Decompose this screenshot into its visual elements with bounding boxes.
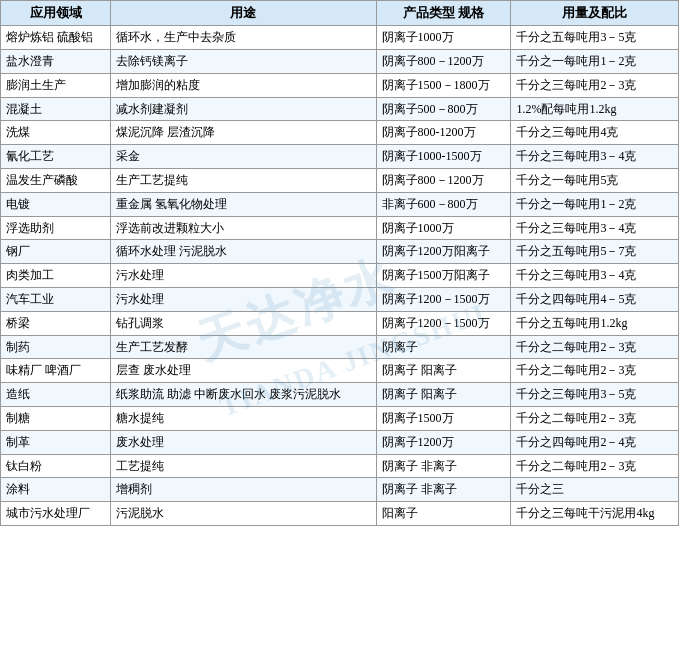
table-row: 肉类加工污水处理阴离子1500万阳离子千分之三每吨用3－4克 (1, 264, 679, 288)
table-row: 汽车工业污水处理阴离子1200－1500万千分之四每吨用4－5克 (1, 287, 679, 311)
table-cell: 采金 (111, 145, 376, 169)
table-row: 制革废水处理阴离子1200万千分之四每吨用2－4克 (1, 430, 679, 454)
table-cell: 非离子600－800万 (376, 192, 511, 216)
table-cell: 千分之三每吨用3－5克 (511, 383, 679, 407)
table-cell: 阴离子1500万阳离子 (376, 264, 511, 288)
table-cell: 千分之三每吨干污泥用4kg (511, 502, 679, 526)
table-cell: 阴离子 阳离子 (376, 359, 511, 383)
table-cell: 汽车工业 (1, 287, 111, 311)
table-row: 造纸纸浆助流 助滤 中断废水回水 废浆污泥脱水阴离子 阳离子千分之三每吨用3－5… (1, 383, 679, 407)
table-row: 盐水澄青去除钙镁离子阴离子800－1200万千分之一每吨用1－2克 (1, 49, 679, 73)
table-cell: 阴离子1200－1500万 (376, 287, 511, 311)
table-cell: 肉类加工 (1, 264, 111, 288)
table-cell: 钻孔调浆 (111, 311, 376, 335)
table-row: 味精厂 啤酒厂层查 废水处理阴离子 阳离子千分之二每吨用2－3克 (1, 359, 679, 383)
table-cell: 增加膨润的粘度 (111, 73, 376, 97)
table-cell: 膨润土生产 (1, 73, 111, 97)
table-cell: 千分之三每吨用3－4克 (511, 145, 679, 169)
table-cell: 纸浆助流 助滤 中断废水回水 废浆污泥脱水 (111, 383, 376, 407)
application-table: 应用领域 用途 产品类型 规格 用量及配比 熔炉炼铝 硫酸铝循环水，生产中去杂质… (0, 0, 679, 526)
table-cell: 重金属 氢氧化物处理 (111, 192, 376, 216)
table-cell: 浮选助剂 (1, 216, 111, 240)
table-cell: 循环水，生产中去杂质 (111, 26, 376, 50)
table-cell: 阴离子1200万阳离子 (376, 240, 511, 264)
table-cell: 氰化工艺 (1, 145, 111, 169)
table-cell: 温发生产磷酸 (1, 168, 111, 192)
table-cell: 1.2%配每吨用1.2kg (511, 97, 679, 121)
table-row: 电镀重金属 氢氧化物处理非离子600－800万千分之一每吨用1－2克 (1, 192, 679, 216)
table-cell: 千分之三每吨用3－4克 (511, 216, 679, 240)
table-cell: 千分之一每吨用1－2克 (511, 49, 679, 73)
table-cell: 钛白粉 (1, 454, 111, 478)
table-cell: 煤泥沉降 层渣沉降 (111, 121, 376, 145)
table-row: 涂料增稠剂阴离子 非离子千分之三 (1, 478, 679, 502)
table-cell: 阴离子1500万 (376, 406, 511, 430)
table-cell: 阴离子500－800万 (376, 97, 511, 121)
table-cell: 千分之二每吨用2－3克 (511, 335, 679, 359)
header-usage: 用途 (111, 1, 376, 26)
table-cell: 千分之四每吨用2－4克 (511, 430, 679, 454)
table-cell: 循环水处理 污泥脱水 (111, 240, 376, 264)
table-row: 膨润土生产增加膨润的粘度阴离子1500－1800万千分之三每吨用2－3克 (1, 73, 679, 97)
table-cell: 制糖 (1, 406, 111, 430)
table-cell: 阴离子1200－1500万 (376, 311, 511, 335)
table-row: 氰化工艺采金阴离子1000-1500万千分之三每吨用3－4克 (1, 145, 679, 169)
table-cell: 废水处理 (111, 430, 376, 454)
table-cell: 阴离子1000-1500万 (376, 145, 511, 169)
table-cell: 阴离子1000万 (376, 26, 511, 50)
table-cell: 阴离子1200万 (376, 430, 511, 454)
table-cell: 糖水提纯 (111, 406, 376, 430)
table-cell: 阴离子 非离子 (376, 478, 511, 502)
table-cell: 电镀 (1, 192, 111, 216)
table-row: 浮选助剂浮选前改进颗粒大小阴离子1000万千分之三每吨用3－4克 (1, 216, 679, 240)
table-cell: 千分之一每吨用5克 (511, 168, 679, 192)
table-cell: 工艺提纯 (111, 454, 376, 478)
table-row: 制药生产工艺发酵阴离子千分之二每吨用2－3克 (1, 335, 679, 359)
table-cell: 桥梁 (1, 311, 111, 335)
table-cell: 阴离子1500－1800万 (376, 73, 511, 97)
table-cell: 造纸 (1, 383, 111, 407)
table-cell: 去除钙镁离子 (111, 49, 376, 73)
table-cell: 生产工艺提纯 (111, 168, 376, 192)
table-cell: 千分之五每吨用3－5克 (511, 26, 679, 50)
table-cell: 千分之三每吨用2－3克 (511, 73, 679, 97)
table-cell: 制药 (1, 335, 111, 359)
table-cell: 千分之一每吨用1－2克 (511, 192, 679, 216)
table-cell: 千分之三每吨用4克 (511, 121, 679, 145)
table-cell: 阴离子800－1200万 (376, 49, 511, 73)
table-cell: 熔炉炼铝 硫酸铝 (1, 26, 111, 50)
table-cell: 钢厂 (1, 240, 111, 264)
table-cell: 涂料 (1, 478, 111, 502)
header-dosage: 用量及配比 (511, 1, 679, 26)
table-row: 桥梁钻孔调浆阴离子1200－1500万千分之五每吨用1.2kg (1, 311, 679, 335)
header-product: 产品类型 规格 (376, 1, 511, 26)
table-cell: 阴离子800－1200万 (376, 168, 511, 192)
table-row: 城市污水处理厂污泥脱水阳离子千分之三每吨干污泥用4kg (1, 502, 679, 526)
table-row: 钢厂循环水处理 污泥脱水阴离子1200万阳离子千分之五每吨用5－7克 (1, 240, 679, 264)
table-cell: 千分之二每吨用2－3克 (511, 454, 679, 478)
table-cell: 千分之三每吨用3－4克 (511, 264, 679, 288)
table-cell: 阳离子 (376, 502, 511, 526)
table-cell: 污水处理 (111, 264, 376, 288)
table-cell: 阴离子 阳离子 (376, 383, 511, 407)
table-cell: 盐水澄青 (1, 49, 111, 73)
table-row: 温发生产磷酸生产工艺提纯阴离子800－1200万千分之一每吨用5克 (1, 168, 679, 192)
table-cell: 减水剂建凝剂 (111, 97, 376, 121)
table-row: 制糖糖水提纯阴离子1500万千分之二每吨用2－3克 (1, 406, 679, 430)
table-header-row: 应用领域 用途 产品类型 规格 用量及配比 (1, 1, 679, 26)
table-cell: 千分之五每吨用1.2kg (511, 311, 679, 335)
table-row: 洗煤煤泥沉降 层渣沉降阴离子800-1200万千分之三每吨用4克 (1, 121, 679, 145)
table-row: 混凝土减水剂建凝剂阴离子500－800万1.2%配每吨用1.2kg (1, 97, 679, 121)
table-cell: 千分之四每吨用4－5克 (511, 287, 679, 311)
table-cell: 千分之二每吨用2－3克 (511, 406, 679, 430)
table-cell: 混凝土 (1, 97, 111, 121)
table-cell: 污水处理 (111, 287, 376, 311)
table-cell: 阴离子1000万 (376, 216, 511, 240)
table-row: 钛白粉工艺提纯阴离子 非离子千分之二每吨用2－3克 (1, 454, 679, 478)
table-cell: 层查 废水处理 (111, 359, 376, 383)
table-cell: 阴离子800-1200万 (376, 121, 511, 145)
table-cell: 增稠剂 (111, 478, 376, 502)
table-cell: 千分之三 (511, 478, 679, 502)
table-row: 熔炉炼铝 硫酸铝循环水，生产中去杂质阴离子1000万千分之五每吨用3－5克 (1, 26, 679, 50)
table-cell: 千分之五每吨用5－7克 (511, 240, 679, 264)
